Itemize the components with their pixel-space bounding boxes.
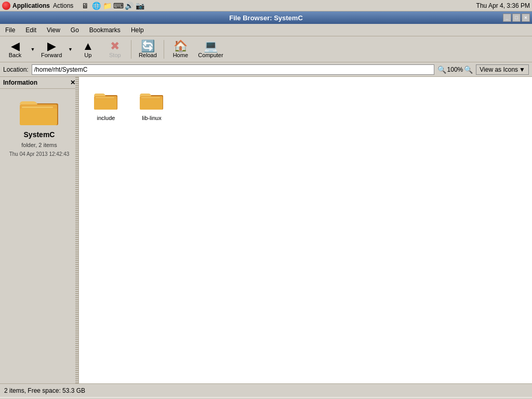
home-button[interactable]: 🏠 Home (167, 38, 193, 60)
svg-rect-11 (141, 97, 160, 98)
forward-dropdown[interactable]: ▼ (66, 40, 74, 59)
file-item[interactable]: lib-linux (133, 85, 170, 124)
up-button[interactable]: ▲ Up (75, 38, 101, 60)
menu-file[interactable]: File (2, 25, 18, 35)
back-button[interactable]: ◀ Back (2, 38, 28, 60)
main-area: Information ✕ SystemC f (0, 77, 532, 383)
icon-3[interactable]: 📁 (102, 2, 112, 10)
info-panel-close[interactable]: ✕ (70, 79, 75, 86)
info-panel-header[interactable]: Information ✕ (0, 77, 78, 89)
toolbar-separator (131, 40, 131, 59)
forward-label: Forward (41, 52, 62, 58)
back-icon: ◀ (11, 41, 20, 52)
computer-icon: 💻 (204, 41, 218, 52)
menu-help[interactable]: Help (128, 25, 147, 35)
status-text: 2 items, Free space: 53.3 GB (4, 387, 85, 394)
location-bar: Location: 🔍 100% 🔍 View as Icons ▼ (0, 62, 532, 77)
info-panel-content: SystemC folder, 2 items Thu 04 Apr 2013 … (0, 89, 78, 162)
location-label: Location: (3, 66, 29, 73)
zoom-out-button[interactable]: 🔍 (437, 65, 446, 74)
clock: Thu Apr 4, 3:36 PM (476, 2, 530, 9)
reload-label: Reload (139, 52, 157, 58)
home-label: Home (173, 52, 188, 58)
icon-2[interactable]: 🌐 (91, 2, 101, 10)
folder-date: Thu 04 Apr 2013 12:42:43 (9, 151, 70, 157)
reload-button[interactable]: 🔄 Reload (135, 38, 161, 60)
menu-edit[interactable]: Edit (22, 25, 39, 35)
stop-button[interactable]: ✖ Stop (102, 38, 128, 60)
location-input[interactable] (32, 64, 434, 75)
svg-rect-2 (20, 109, 57, 125)
toolbar-separator-2 (164, 40, 164, 59)
file-item[interactable]: include (87, 85, 125, 124)
stop-label: Stop (109, 52, 121, 58)
svg-rect-10 (140, 99, 163, 110)
file-name: lib-linux (142, 115, 161, 121)
back-dropdown[interactable]: ▼ (29, 40, 36, 59)
folder-preview-icon (19, 94, 60, 127)
window-title: File Browser: SystemC (229, 14, 303, 22)
app-logo (2, 2, 10, 10)
view-mode-label: View as Icons (480, 66, 518, 73)
system-icons: 🖥 🌐 📁 ⌨ 🔊 📷 (81, 2, 144, 10)
icon-6[interactable]: 📷 (135, 2, 144, 10)
applications-label[interactable]: Applications (12, 2, 50, 9)
reload-icon: 🔄 (141, 41, 155, 52)
folder-meta: folder, 2 items (21, 142, 57, 148)
svg-rect-7 (96, 97, 114, 98)
close-button[interactable]: × (522, 14, 530, 22)
minimize-button[interactable]: _ (503, 14, 511, 22)
icon-1[interactable]: 🖥 (81, 2, 90, 10)
statusbar: 2 items, Free space: 53.3 GB (0, 383, 532, 397)
svg-rect-6 (94, 99, 117, 110)
toolbar: ◀ Back ▼ ▶ Forward ▼ ▲ Up ✖ Stop 🔄 Reloa… (0, 36, 532, 62)
menubar: File Edit View Go Bookmarks Help (0, 24, 532, 36)
zoom-level: 100% (447, 66, 463, 73)
file-area: include lib-linux (79, 77, 532, 383)
window-controls[interactable]: _ □ × (503, 14, 530, 22)
sidebar: Information ✕ SystemC f (0, 77, 79, 383)
up-label: Up (84, 52, 91, 58)
icon-5[interactable]: 🔊 (124, 2, 134, 10)
taskbar: 📁 File Browser: SystemC ◀ ▶ ◼ (0, 397, 532, 399)
maximize-button[interactable]: □ (512, 14, 521, 22)
zoom-area: 🔍 100% 🔍 (437, 65, 473, 74)
computer-label: Computer (198, 52, 223, 58)
menu-bookmarks[interactable]: Bookmarks (86, 25, 124, 35)
computer-button[interactable]: 💻 Computer (194, 38, 227, 60)
stop-icon: ✖ (110, 41, 119, 52)
info-panel-title: Information (3, 79, 37, 86)
titlebar: File Browser: SystemC _ □ × (0, 11, 532, 24)
system-bar: Applications Actions 🖥 🌐 📁 ⌨ 🔊 📷 Thu Apr… (0, 0, 532, 11)
forward-button[interactable]: ▶ Forward (37, 38, 65, 60)
back-label: Back (9, 52, 21, 58)
zoom-in-button[interactable]: 🔍 (464, 65, 473, 74)
view-as-icons-button[interactable]: View as Icons ▼ (476, 64, 529, 75)
svg-rect-3 (22, 107, 53, 108)
sidebar-resize-handle[interactable] (75, 77, 78, 383)
applications-menu[interactable]: Applications (2, 2, 50, 10)
forward-icon: ▶ (47, 41, 56, 52)
home-icon: 🏠 (174, 41, 188, 52)
actions-menu[interactable]: Actions (53, 2, 73, 9)
menu-view[interactable]: View (44, 25, 63, 35)
icon-4[interactable]: ⌨ (113, 2, 123, 10)
file-name: include (97, 115, 115, 121)
up-icon: ▲ (82, 41, 94, 52)
menu-go[interactable]: Go (68, 25, 82, 35)
folder-name: SystemC (24, 130, 55, 139)
view-dropdown-icon: ▼ (519, 66, 525, 73)
